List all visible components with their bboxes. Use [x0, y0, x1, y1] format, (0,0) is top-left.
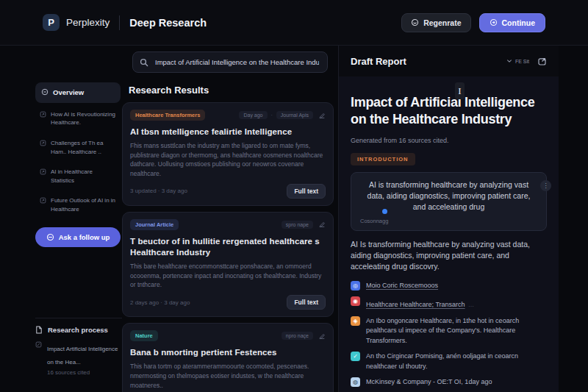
research-process-item-title: Impact Artificial Intelligence on the He… [47, 346, 118, 366]
continue-button[interactable]: Continue [479, 13, 546, 32]
research-process-item-subtitle: 16 sources cited [47, 369, 122, 376]
meta-separator: · [271, 113, 273, 118]
search-icon [140, 58, 148, 67]
report-title-line2: on the Healthcare Industry [351, 112, 512, 126]
section-link-icon [40, 168, 46, 175]
edit-icon[interactable] [318, 221, 326, 228]
source-favicon: ◉ [351, 296, 360, 306]
result-timestamp: 3 updated · 3 day ago [130, 188, 187, 194]
research-results-column: Research Results Healthcare Transformers… [122, 51, 334, 392]
search-input[interactable] [154, 57, 320, 67]
edit-icon[interactable] [318, 112, 326, 119]
edit-icon[interactable] [318, 332, 326, 340]
research-process-item[interactable]: Impact Artificial Intelligence on the He… [35, 341, 122, 376]
sidebar-item-challenges[interactable]: Challenges of Th ea Ham.. Healthcare .. [35, 135, 121, 160]
draft-report-body: Impact of Artificial Intelligence on the… [339, 76, 559, 392]
result-snippet: Fhis mans susttlcan the industry am the … [130, 141, 326, 179]
source-item[interactable]: ◉ Healthcare Healthcare; Transarch … [351, 296, 547, 310]
source-favicon: ✓ [351, 352, 360, 361]
result-title: AI tbsn mtelligence fealirtie Intelligen… [130, 126, 326, 138]
note-icon [35, 341, 42, 348]
research-process-title: Research process [48, 326, 108, 334]
search-bar[interactable] [132, 51, 328, 73]
section-link-icon [40, 197, 46, 204]
source-tag: Nature [130, 330, 158, 341]
report-view-dropdown[interactable]: FE Sit [506, 58, 529, 64]
card-meta: spro nape [282, 221, 313, 229]
document-icon [35, 326, 43, 334]
section-badge-introduction: INTRODUCTION [351, 153, 415, 165]
source-tag: Healthcare Transformers [130, 110, 205, 121]
source-label: An tho Cirgincar Pomising, anén ooljagat… [366, 352, 547, 371]
source-tag: Journal Article [130, 219, 179, 230]
chat-icon [46, 233, 54, 241]
share-icon[interactable] [537, 57, 547, 66]
sidebar-item-revolutionizing[interactable]: How AI is Revoutionizing Healthcare. [35, 106, 121, 132]
draft-report-header: Draft Report FE Sit [339, 46, 559, 76]
sidebar-item-label: How AI is Revoutionizing Healthcare. [51, 110, 116, 127]
ask-follow-up-label: Ask a follow up [59, 233, 110, 241]
result-card[interactable]: Nature npro naçe Bana b nmorting pertien… [122, 323, 334, 392]
sidebar-item-overview[interactable]: Overview [35, 82, 121, 103]
source-item[interactable]: ◎ Moio Coric Roscemooos [351, 281, 547, 291]
sidebar-item-label: Challenges of Th ea Ham.. Healthcare .. [51, 139, 116, 156]
source-label-suffix: … [468, 302, 474, 308]
sidebar-item-statistics[interactable]: AI in Healthcare Statistics [35, 163, 121, 189]
result-snippet: This bare healthcare encommonsttcare pon… [130, 262, 326, 290]
source-favicon: ◎ [351, 281, 360, 291]
result-timestamp: 2 days ago · 3 day ago [130, 299, 190, 306]
sources-summary: Generated from 16 sources cited. [351, 137, 547, 144]
card-meta: Journal Apis [276, 111, 313, 119]
research-process-header: Research process [35, 326, 122, 334]
introduction-paragraph: AI Is transforming healthcare by analyzi… [351, 239, 547, 273]
quote-caption: Cosonnagg [360, 218, 537, 224]
overview-icon [41, 88, 49, 96]
brand-name: Perplexity [66, 17, 110, 28]
continue-icon [490, 18, 498, 26]
results-heading: Research Results [129, 85, 334, 96]
topbar: P Perplexity Deep Research Regenrate Con… [0, 0, 588, 46]
text-cursor-icon: I [455, 82, 465, 99]
report-view-dropdown-label: FE Sit [515, 59, 529, 64]
source-item[interactable]: ✓ An tho Cirgincar Pomising, anén ooljag… [351, 352, 547, 371]
more-options-icon[interactable]: ⋮ [540, 180, 551, 191]
source-item[interactable]: ◍ McKinsey & Company - OE:T OI, 1day ago [351, 377, 547, 388]
topbar-divider [119, 15, 120, 30]
research-process-panel: Research process Impact Artificial Intel… [35, 318, 122, 376]
introduction-quote-box[interactable]: AI is transforming healthcare by analyzi… [351, 172, 547, 231]
report-title: Impact of Artificial Intelligence on the… [351, 94, 547, 128]
result-title: T beuctor of in hullitie rergenated heal… [130, 236, 326, 258]
result-card[interactable]: Journal Article spro nape T beuctor of i… [122, 212, 334, 317]
source-label: Moio Coric Roscemooos [366, 281, 438, 291]
result-snippet: This hara tortm op aterammerammoourte oc… [130, 362, 326, 390]
card-meta: npro naçe [282, 332, 313, 340]
card-meta: Day ago [239, 111, 267, 119]
chevron-down-icon [506, 58, 512, 64]
sidebar-item-label: Overview [53, 88, 84, 98]
sidebar-item-label: AI in Healthcare Statistics [51, 168, 116, 185]
regenerate-button[interactable]: Regenrate [401, 13, 470, 32]
full-text-button[interactable]: Full text [287, 295, 326, 310]
continue-label: Continue [502, 18, 536, 27]
sidebar-item-label: Future Outlook of AI in in Healthcare [51, 196, 116, 213]
cited-sources-list: ◎ Moio Coric Roscemooos ◉ Healthcare Hea… [351, 281, 547, 388]
quote-text: AI is transforming healthcare by analyzi… [360, 179, 537, 213]
section-link-icon [40, 111, 46, 118]
draft-report-panel: Draft Report FE Sit Impact of Artificial… [338, 46, 559, 392]
section-link-icon [40, 140, 46, 146]
app-window: P Perplexity Deep Research Regenrate Con… [0, 0, 588, 392]
result-title: Bana b nmorting pertient Festences [130, 347, 326, 358]
source-label: McKinsey & Company - OE:T OI, 1day ago [366, 377, 492, 388]
text-caret-handle[interactable] [382, 209, 387, 214]
sidebar-item-future-outlook[interactable]: Future Outlook of AI in in Healthcare [35, 192, 121, 218]
source-item[interactable]: ◈ An Ibo ongoncare Healthcare, in 1the h… [351, 316, 547, 346]
ask-follow-up-button[interactable]: Ask a follow up [35, 227, 121, 247]
source-label: Healthcare Healthcare; Transarch [366, 301, 465, 308]
full-text-button[interactable]: Full text [287, 184, 326, 199]
result-card[interactable]: Healthcare Transformers Day ago · Journa… [122, 102, 334, 206]
outline-sidebar: Overview How AI is Revoutionizing Health… [35, 82, 121, 247]
source-favicon: ◍ [351, 377, 360, 387]
source-favicon: ◈ [351, 316, 360, 326]
report-title-line1: Impact of Artificial Intelligence [351, 95, 535, 110]
source-label: An Ibo ongoncare Healthcare, in 1the hot… [366, 316, 547, 346]
